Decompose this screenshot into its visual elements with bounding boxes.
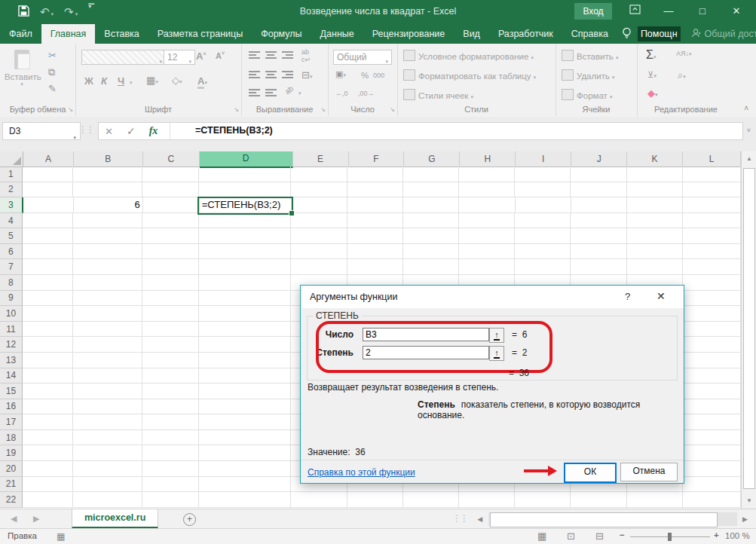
grid-cell-L12[interactable] (683, 337, 741, 353)
grid-cell-F5[interactable] (347, 228, 403, 244)
align-middle-icon[interactable] (265, 51, 277, 59)
enter-icon[interactable]: ✓ (127, 125, 136, 137)
shrink-font-button[interactable]: А˅ (216, 50, 225, 60)
decrease-decimal-icon[interactable]: ,00→ (358, 90, 375, 97)
grid-cell-C13[interactable] (142, 353, 199, 368)
dialog-help-icon[interactable]: ? (625, 291, 630, 302)
grid-cell-J2[interactable] (571, 182, 626, 198)
grid-cell-L16[interactable] (683, 399, 741, 415)
grid-cell-A18[interactable] (23, 430, 74, 446)
grid-cell-E4[interactable] (291, 213, 347, 229)
column-header-D[interactable]: D (200, 151, 293, 168)
align-left-icon[interactable] (249, 71, 260, 78)
grid-cell-L13[interactable] (683, 353, 741, 368)
column-header-E[interactable]: E (293, 151, 349, 167)
grid-cell-A7[interactable] (23, 259, 74, 275)
grid-cell-A11[interactable] (23, 322, 74, 338)
normal-view-icon[interactable]: ▦ (537, 530, 546, 542)
grid-cell-B22[interactable] (73, 492, 142, 508)
grid-cell-D6[interactable] (199, 244, 291, 260)
grid-cell-B2[interactable] (73, 182, 142, 198)
grid-cell-D4[interactable] (199, 213, 291, 229)
number-dialog-launcher-icon[interactable]: ↘ (390, 106, 395, 113)
grid-cell-B10[interactable] (73, 306, 142, 322)
grid-cell-B3[interactable]: 6 (74, 197, 142, 213)
grid-cell-A14[interactable] (23, 368, 74, 384)
function-help-link[interactable]: Справка по этой функции (308, 467, 415, 478)
grid-cell-C14[interactable] (142, 368, 199, 384)
grid-cell-H4[interactable] (459, 213, 515, 229)
row-header-6[interactable]: 6 (0, 244, 23, 260)
page-layout-view-icon[interactable]: ⊡ (567, 530, 575, 542)
grid-cell-F6[interactable] (347, 244, 403, 260)
grid-cell-A10[interactable] (23, 306, 74, 322)
row-header-11[interactable]: 11 (0, 322, 23, 338)
grid-cell-A3[interactable] (23, 197, 74, 213)
grid-cell-H22[interactable] (459, 492, 515, 508)
grid-cell-C3[interactable] (143, 197, 200, 213)
grid-cell-J3[interactable] (571, 197, 627, 213)
tab-рецензирование[interactable]: Рецензирование (363, 24, 455, 44)
scroll-down-icon[interactable]: ▼ (742, 494, 756, 509)
paste-button[interactable]: Вставить ▾ (5, 48, 39, 102)
number-format-combo[interactable]: Общий▾ (333, 50, 392, 65)
grid-cell-B21[interactable] (73, 477, 142, 493)
grid-cell-H6[interactable] (459, 244, 515, 260)
italic-button[interactable]: К (101, 75, 107, 87)
vertical-scrollbar-thumb[interactable] (743, 168, 755, 489)
grid-cell-L7[interactable] (683, 259, 741, 275)
grid-cell-A21[interactable] (23, 477, 74, 493)
wrap-text-icon[interactable]: abc↵ (301, 48, 311, 63)
horizontal-scrollbar[interactable]: ⋮⋮ ◀ ▶ (452, 512, 751, 527)
macro-record-icon[interactable]: ▦ (57, 531, 65, 542)
grid-cell-D15[interactable] (199, 384, 291, 399)
grid-cell-G7[interactable] (403, 259, 459, 275)
grid-cell-B11[interactable] (73, 322, 142, 338)
grid-cell-J6[interactable] (571, 244, 626, 260)
grid-cell-D12[interactable] (199, 337, 291, 353)
grid-cell-C9[interactable] (142, 291, 199, 307)
grid-cell-C19[interactable] (142, 445, 199, 461)
grid-cell-D17[interactable] (199, 414, 291, 430)
grid-cell-H7[interactable] (459, 259, 515, 275)
font-name-combo[interactable]: ▾ (81, 50, 166, 65)
tab-вставка[interactable]: Вставка (95, 24, 148, 44)
grid-cell-F3[interactable] (347, 197, 403, 213)
bold-button[interactable]: Ж (84, 75, 93, 87)
grid-cell-A1[interactable] (23, 167, 74, 182)
grid-cell-E22[interactable] (291, 492, 347, 508)
ok-button[interactable]: ОК (564, 463, 617, 483)
grid-cell-I7[interactable] (515, 259, 571, 275)
grid-cell-L8[interactable] (683, 275, 741, 291)
zoom-in-icon[interactable]: + (714, 530, 719, 539)
tab-главная[interactable]: Главная (41, 24, 96, 44)
format-painter-icon[interactable]: ✎ (48, 83, 57, 94)
grid-cell-A16[interactable] (23, 399, 74, 415)
grid-cell-H1[interactable] (459, 167, 515, 182)
grid-cell-I6[interactable] (515, 244, 571, 260)
grid-cell-L21[interactable] (683, 477, 741, 493)
row-header-13[interactable]: 13 (0, 353, 23, 368)
tab-формулы[interactable]: Формулы (252, 24, 311, 44)
grid-cell-C2[interactable] (142, 182, 199, 198)
sheet-prev-icon[interactable]: ◀ (11, 514, 17, 524)
grid-cell-H5[interactable] (459, 228, 515, 244)
grid-cell-C11[interactable] (142, 322, 199, 338)
grid-cell-B13[interactable] (73, 353, 142, 368)
grid-cell-I5[interactable] (515, 228, 571, 244)
grid-cell-K4[interactable] (627, 213, 683, 229)
find-select-icon[interactable]: ⌕▾ (678, 69, 686, 81)
grid-cell-C12[interactable] (142, 337, 199, 353)
grid-cell-C6[interactable] (142, 244, 199, 260)
formula-bar-grip[interactable]: ⋮⋮ (78, 124, 93, 135)
grid-cell-J22[interactable] (571, 492, 626, 508)
column-header-F[interactable]: F (349, 151, 405, 167)
row-header-9[interactable]: 9 (0, 291, 23, 307)
grid-cell-L14[interactable] (683, 368, 741, 384)
grid-cell-E6[interactable] (291, 244, 347, 260)
orientation-icon[interactable]: ab (283, 84, 295, 96)
tab-данные[interactable]: Данные (311, 24, 363, 44)
grid-cell-D1[interactable] (199, 167, 291, 182)
grid-cell-I4[interactable] (515, 213, 571, 229)
grid-cell-E1[interactable] (291, 167, 347, 182)
